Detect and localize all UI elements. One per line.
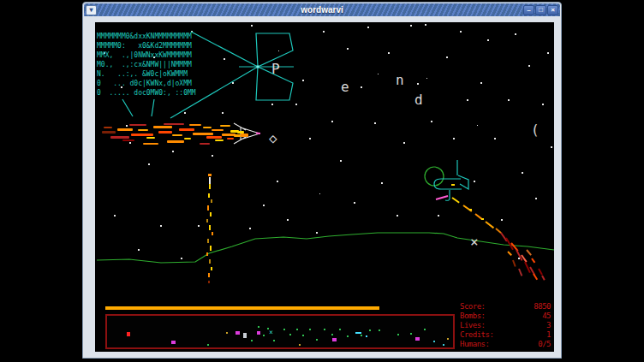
radar-blip <box>447 338 449 340</box>
radar-blip <box>236 331 240 335</box>
minimize-button[interactable]: – <box>523 5 534 15</box>
radar-blip <box>207 344 209 346</box>
hud-value: 0/5 <box>538 340 551 349</box>
app-window: ▾ wordwarvi – □ × MMMMMMM0&dxxKNMMMMMMMM… <box>82 2 562 359</box>
radar-blip <box>410 333 412 335</box>
hud-label: Score: <box>460 302 486 312</box>
radar-blip <box>299 344 301 346</box>
window-title: wordwarvi <box>84 5 560 15</box>
radar-blip <box>424 329 426 330</box>
radar-blip <box>366 335 367 337</box>
game-canvas[interactable]: MMMMMMM0&dxxKNMMMMMMMMM MMMMM0: x0&Kd2MM… <box>95 22 554 352</box>
radar-blip <box>273 340 275 341</box>
radar-blip <box>296 329 298 330</box>
hud-row: Credits:1 <box>460 330 551 340</box>
hud-value: 3 <box>546 321 551 330</box>
hud-label: Bombs: <box>460 312 486 321</box>
hud-label: Credits: <box>460 330 493 340</box>
radar-blip <box>257 331 260 335</box>
radar-blip <box>258 326 259 328</box>
hud-label: Humans: <box>460 340 489 349</box>
radar-blip <box>443 344 444 346</box>
radar-blip <box>379 329 380 331</box>
hud-value: 45 <box>542 312 551 321</box>
radar-blip <box>263 335 265 336</box>
titlebar-buttons: – □ × <box>523 5 558 15</box>
radar-blip <box>339 329 341 330</box>
radar-blip <box>243 333 247 338</box>
radar-blip <box>171 341 176 344</box>
title-bar[interactable]: ▾ wordwarvi – □ × <box>84 3 560 16</box>
radar-blip <box>332 338 337 341</box>
radar-blip <box>397 334 399 335</box>
radar-blip <box>369 329 371 331</box>
hud-row: Humans:0/5 <box>460 340 551 349</box>
radar-blip <box>347 335 349 337</box>
radar-blip <box>331 334 333 335</box>
hud-value: 1 <box>546 330 551 340</box>
radar-blip <box>302 335 304 336</box>
close-button[interactable]: × <box>547 5 558 15</box>
radar-blip <box>226 332 228 334</box>
radar-blip <box>324 329 325 330</box>
radar-blip <box>289 334 291 335</box>
radar-blip <box>283 329 285 330</box>
radar-blip-glyph: × <box>269 329 273 336</box>
hud-row: Score:8850 <box>460 302 551 312</box>
radar-blip <box>361 335 362 336</box>
radar-blip <box>309 329 311 330</box>
radar-blip <box>127 332 130 336</box>
hud-row: Bombs:45 <box>460 312 551 321</box>
radar-blip <box>251 340 253 341</box>
hud-value: 8850 <box>534 302 551 312</box>
maximize-button[interactable]: □ <box>535 5 546 15</box>
radar-blip <box>355 332 361 334</box>
hud-label: Lives: <box>460 321 486 330</box>
hud-panel: Score:8850Bombs:45Lives:3Credits:1Humans… <box>460 302 551 349</box>
radar-blip <box>316 339 318 341</box>
radar-blip <box>433 341 435 342</box>
radar-blip <box>415 337 420 341</box>
hud-row: Lives:3 <box>460 321 551 330</box>
